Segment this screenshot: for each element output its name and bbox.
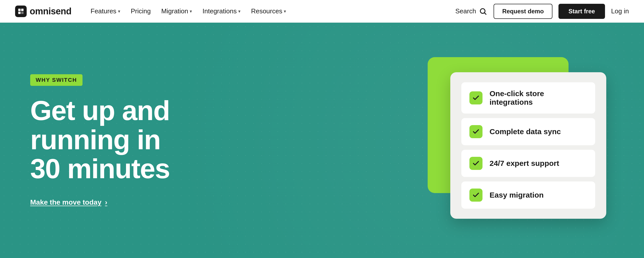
feature-label-1: One-click store integrations [490,89,587,106]
feature-item-2: Complete data sync [461,118,595,145]
hero-section: WHY SWITCH Get up and running in 30 minu… [0,23,644,258]
hero-left: WHY SWITCH Get up and running in 30 minu… [30,74,433,206]
search-label: Search [455,7,476,15]
login-button[interactable]: Log in [611,7,629,15]
nav-links: Features ▾ Pricing Migration ▾ Integrati… [87,5,290,17]
start-free-button[interactable]: Start free [558,4,605,19]
checkbox-icon-3 [469,157,482,170]
nav-item-integrations[interactable]: Integrations ▾ [198,5,245,17]
search-icon [478,7,488,16]
feature-item-4: Easy migration [461,181,595,209]
nav-item-features[interactable]: Features ▾ [87,5,124,17]
hero-tag: WHY SWITCH [30,74,83,86]
nav-label-pricing: Pricing [131,7,151,15]
chevron-down-icon: ▾ [118,9,120,14]
arrow-right-icon: › [105,198,107,206]
svg-rect-3 [21,12,23,14]
svg-rect-2 [18,12,21,14]
feature-label-4: Easy migration [490,191,544,199]
nav-item-resources[interactable]: Resources ▾ [247,5,290,17]
hero-cta-link[interactable]: Make the move today › [30,198,107,206]
hero-cta-label: Make the move today [30,198,101,206]
features-card: One-click store integrations Complete da… [450,72,606,219]
nav-label-resources: Resources [251,7,282,15]
checkbox-icon-2 [469,125,482,138]
search-button[interactable]: Search [455,7,488,16]
navbar-right: Search Request demo Start free Log in [455,4,629,19]
navbar-left: omnisend Features ▾ Pricing Migration ▾ … [15,5,290,17]
nav-label-integrations: Integrations [203,7,237,15]
brand-name: omnisend [30,6,71,17]
hero-right: One-click store integrations Complete da… [433,62,614,219]
chevron-down-icon: ▾ [284,9,286,14]
svg-rect-0 [18,9,21,11]
nav-item-pricing[interactable]: Pricing [127,5,155,17]
svg-rect-1 [21,9,23,11]
logo-svg [17,8,24,15]
feature-label-2: Complete data sync [490,127,561,136]
nav-label-features: Features [91,7,116,15]
logo[interactable]: omnisend [15,6,71,17]
nav-label-migration: Migration [161,7,188,15]
hero-title: Get up and running in 30 minutes [30,96,413,183]
logo-icon [15,6,27,17]
feature-item-1: One-click store integrations [461,82,595,114]
svg-line-5 [485,13,486,14]
checkbox-icon-4 [469,189,482,202]
request-demo-button[interactable]: Request demo [494,4,552,19]
chevron-down-icon: ▾ [238,9,240,14]
navbar: omnisend Features ▾ Pricing Migration ▾ … [0,0,644,23]
checkbox-icon-1 [469,91,482,104]
nav-item-migration[interactable]: Migration ▾ [157,5,196,17]
chevron-down-icon: ▾ [190,9,192,14]
feature-label-3: 24/7 expert support [490,159,559,168]
feature-item-3: 24/7 expert support [461,150,595,177]
